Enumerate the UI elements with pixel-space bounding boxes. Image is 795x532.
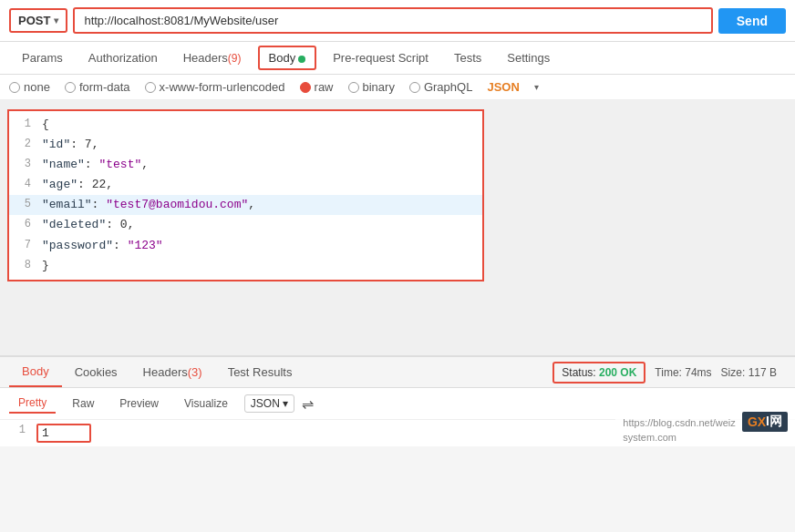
code-line: 8} xyxy=(9,256,482,276)
main-content: 1{2 "id": 7,3 "name": "test",4 "age": 22… xyxy=(0,100,795,355)
radio-graphql xyxy=(409,82,420,93)
code-line: 1{ xyxy=(9,115,482,135)
response-format-selector[interactable]: JSON ▾ xyxy=(244,394,294,413)
code-line: 2 "id": 7, xyxy=(9,135,482,155)
time-info: Time: 74ms xyxy=(655,366,711,379)
line-content: "age": 22, xyxy=(42,175,113,195)
code-line: 5 "email": "test7@baomidou.com", xyxy=(9,195,482,215)
line-content: "name": "test", xyxy=(42,155,149,175)
tab-tests[interactable]: Tests xyxy=(441,44,494,72)
gx-logo: GXI网 xyxy=(742,412,788,432)
watermark: https://blog.csdn.net/weiz GXI网 system.c… xyxy=(615,408,795,446)
tab-settings[interactable]: Settings xyxy=(494,44,563,72)
body-dot xyxy=(298,56,305,63)
line-content: "password": "123" xyxy=(42,236,163,256)
bottom-wrapper: Body Cookies Headers(3) Test Results Sta… xyxy=(0,355,795,446)
status-section: Status: 200 OK Time: 74ms Size: 117 B xyxy=(552,362,786,384)
method-dropdown[interactable]: POST ▾ xyxy=(9,8,67,33)
send-button[interactable]: Send xyxy=(718,8,786,34)
response-value-input[interactable] xyxy=(36,424,91,443)
line-number: 7 xyxy=(13,236,31,256)
tab-body[interactable]: Body xyxy=(258,46,317,70)
line-content: "deleted": 0, xyxy=(42,215,134,235)
request-tab-bar: Params Authorization Headers(9) Body Pre… xyxy=(0,42,795,75)
radio-raw xyxy=(300,82,311,93)
line-number: 2 xyxy=(13,135,31,155)
line-number: 8 xyxy=(13,256,31,276)
response-tab-test-results[interactable]: Test Results xyxy=(215,358,305,386)
tab-authorization[interactable]: Authorization xyxy=(76,44,170,72)
response-tab-bar: Body Cookies Headers(3) Test Results Sta… xyxy=(0,357,795,388)
radio-form-data xyxy=(65,82,76,93)
radio-urlencoded xyxy=(145,82,156,93)
radio-binary xyxy=(348,82,359,93)
format-raw[interactable]: Raw xyxy=(63,394,103,413)
line-number: 4 xyxy=(13,175,31,195)
size-info: Size: 117 B xyxy=(721,366,777,379)
radio-none xyxy=(9,82,20,93)
method-label: POST xyxy=(18,14,50,27)
line-number: 1 xyxy=(13,115,31,135)
status-label: Status: xyxy=(562,366,595,379)
wrap-icon[interactable]: ⇌ xyxy=(302,395,314,413)
json-dropdown-arrow[interactable]: ▾ xyxy=(534,82,539,92)
format-preview[interactable]: Preview xyxy=(110,394,168,413)
code-line: 6 "deleted": 0, xyxy=(9,215,482,235)
response-tab-headers[interactable]: Headers(3) xyxy=(130,358,215,386)
line-content: "id": 7, xyxy=(42,135,98,155)
json-format-selector[interactable]: JSON xyxy=(487,80,519,94)
option-binary[interactable]: binary xyxy=(348,80,395,94)
option-form-data[interactable]: form-data xyxy=(65,80,130,94)
option-graphql[interactable]: GraphQL xyxy=(409,80,472,94)
code-line: 4 "age": 22, xyxy=(9,175,482,195)
option-none[interactable]: none xyxy=(9,80,50,94)
line-number: 6 xyxy=(13,215,31,235)
code-line: 7 "password": "123" xyxy=(9,236,482,256)
response-tab-cookies[interactable]: Cookies xyxy=(62,358,130,386)
status-value: 200 OK xyxy=(599,366,636,379)
body-options-bar: none form-data x-www-form-urlencoded raw… xyxy=(0,75,795,100)
line-number: 5 xyxy=(13,195,31,215)
format-pretty[interactable]: Pretty xyxy=(9,394,56,414)
method-chevron: ▾ xyxy=(54,15,58,26)
tab-params[interactable]: Params xyxy=(9,44,76,72)
line-number: 3 xyxy=(13,155,31,175)
request-body-editor[interactable]: 1{2 "id": 7,3 "name": "test",4 "age": 22… xyxy=(7,109,484,281)
option-raw[interactable]: raw xyxy=(300,80,334,94)
status-box: Status: 200 OK xyxy=(552,362,645,384)
tab-pre-request[interactable]: Pre-request Script xyxy=(320,44,441,72)
url-bar: POST ▾ Send xyxy=(0,0,795,42)
line-content: "email": "test7@baomidou.com", xyxy=(42,195,255,215)
line-content: } xyxy=(42,256,49,276)
url-input[interactable] xyxy=(73,7,712,34)
option-urlencoded[interactable]: x-www-form-urlencoded xyxy=(145,80,285,94)
format-visualize[interactable]: Visualize xyxy=(175,394,237,413)
line-content: { xyxy=(42,115,49,135)
code-line: 3 "name": "test", xyxy=(9,155,482,175)
tab-headers[interactable]: Headers(9) xyxy=(170,44,254,72)
response-tab-body[interactable]: Body xyxy=(9,357,62,387)
response-line-number: 1 xyxy=(7,424,26,443)
